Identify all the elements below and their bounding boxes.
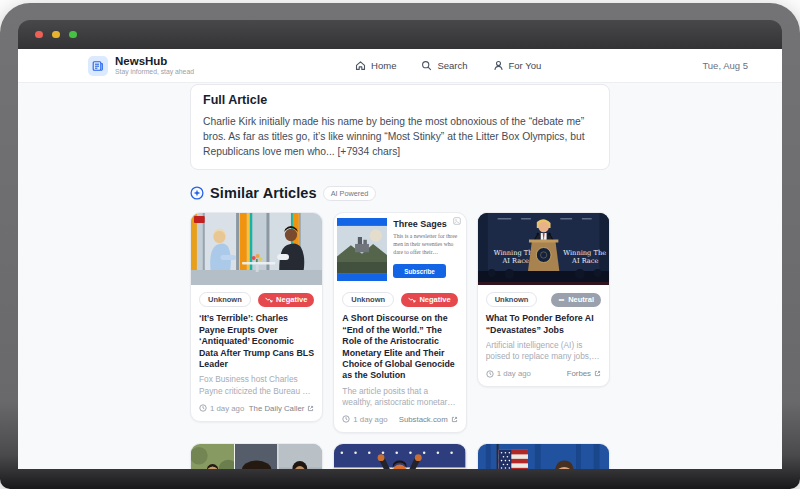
article-source-link[interactable]: Forbes <box>567 369 601 378</box>
page-content[interactable]: Full Article Charlie Kirk initially made… <box>18 83 782 469</box>
newsletter-cover <box>337 218 387 281</box>
newsletter-embed: Three Sages This is a newsletter for thr… <box>334 213 465 285</box>
sentiment-badge-negative: Negative <box>401 293 457 307</box>
date-label: Tue, Aug 5 <box>702 60 748 71</box>
subscribe-button[interactable]: Subscribe <box>393 264 445 278</box>
svg-text:AI Race: AI Race <box>571 257 598 265</box>
sentiment-badge-negative: Negative <box>258 293 314 307</box>
article-card-5[interactable] <box>333 443 466 469</box>
main-nav: Home Search For You <box>355 60 541 71</box>
similar-articles-header: Similar Articles AI Powered <box>190 185 610 201</box>
desktop-background: NewsHub Stay informed, stay ahead Home S… <box>0 0 800 489</box>
newsletter-description: This is a newsletter for three men in th… <box>393 232 459 256</box>
newsletter-title: Three Sages <box>393 219 459 229</box>
article-card-3[interactable]: Winning The AI Race Winning The AI Race <box>477 212 610 387</box>
clock-icon <box>486 370 494 378</box>
search-icon <box>421 60 432 71</box>
full-article-title: Full Article <box>203 93 597 107</box>
article-title: A Short Discourse on the “End of the Wor… <box>342 313 457 382</box>
home-icon <box>355 60 366 71</box>
article-card-1[interactable]: Unknown Negative ‘It’s Terrible’: Charle… <box>190 212 323 421</box>
nav-search-label: Search <box>437 60 467 71</box>
article-title: What To Ponder Before AI “Devastates” Jo… <box>486 313 601 336</box>
minimize-button[interactable] <box>52 31 60 39</box>
app-header: NewsHub Stay informed, stay ahead Home S… <box>18 49 782 83</box>
victory-speech-image <box>334 444 465 469</box>
svg-text:Winning The: Winning The <box>563 249 606 257</box>
article-card-body: Unknown Neutral What To Ponder Before AI… <box>478 285 609 386</box>
article-time: 1 day ago <box>199 404 244 413</box>
article-column: Full Article Charlie Kirk initially made… <box>190 83 610 469</box>
newsletter-info: Three Sages This is a newsletter for thr… <box>393 219 459 278</box>
ai-sparkle-circle-icon <box>190 186 204 200</box>
brand[interactable]: NewsHub Stay informed, stay ahead <box>88 55 194 76</box>
trending-down-icon <box>408 297 416 303</box>
article-description: Fox Business host Charles Payne criticiz… <box>199 374 314 396</box>
article-time: 1 day ago <box>486 369 531 378</box>
window-titlebar[interactable] <box>18 20 782 49</box>
nav-home[interactable]: Home <box>355 60 396 71</box>
film-collage-image <box>191 444 322 469</box>
brand-tagline: Stay informed, stay ahead <box>115 68 194 76</box>
nav-home-label: Home <box>371 60 396 71</box>
external-link-icon <box>594 370 601 377</box>
article-card-body: Unknown Negative A Short Discourse on th… <box>334 285 465 432</box>
external-link-icon <box>307 405 314 412</box>
newshub-app: NewsHub Stay informed, stay ahead Home S… <box>18 49 782 469</box>
newsletter-embed-image: Three Sages This is a newsletter for thr… <box>334 213 465 285</box>
similar-articles-grid: Unknown Negative ‘It’s Terrible’: Charle… <box>190 212 610 469</box>
article-card-body: Unknown Negative ‘It’s Terrible’: Charle… <box>191 285 322 420</box>
ai-race-podium-image: Winning The AI Race Winning The AI Race <box>478 213 609 285</box>
article-description: Artificial intelligence (AI) is poised t… <box>486 340 601 362</box>
article-source-link[interactable]: Substack.com <box>399 415 458 424</box>
source-unknown-pill: Unknown <box>342 292 394 307</box>
full-article-body: Charlie Kirk initially made his name by … <box>203 114 597 159</box>
full-article-card: Full Article Charlie Kirk initially made… <box>190 84 610 170</box>
ai-powered-badge: AI Powered <box>323 186 377 201</box>
article-title: ‘It’s Terrible’: Charles Payne Erupts Ov… <box>199 313 314 370</box>
article-card-6[interactable] <box>477 443 610 469</box>
nav-for-you[interactable]: For You <box>493 60 542 71</box>
castle-painting <box>337 218 387 281</box>
source-unknown-pill: Unknown <box>199 292 251 307</box>
reagan-press-image <box>478 444 609 469</box>
minus-icon <box>558 297 565 303</box>
trending-down-icon <box>265 297 273 303</box>
sentiment-badge-neutral: Neutral <box>551 293 601 307</box>
maximize-button[interactable] <box>69 31 77 39</box>
similar-articles-title: Similar Articles <box>210 185 317 201</box>
newshub-logo-icon <box>88 56 108 76</box>
article-card-2[interactable]: Three Sages This is a newsletter for thr… <box>333 212 466 433</box>
clock-icon <box>199 404 207 412</box>
article-source-link[interactable]: The Daily Caller <box>249 404 314 413</box>
nav-search[interactable]: Search <box>421 60 467 71</box>
user-icon <box>493 60 504 71</box>
nav-for-you-label: For You <box>509 60 542 71</box>
article-time: 1 day ago <box>342 415 387 424</box>
article-card-4[interactable] <box>190 443 323 469</box>
external-link-icon <box>451 416 458 423</box>
brand-name: NewsHub <box>115 55 194 68</box>
image-corner-icon <box>453 217 461 225</box>
source-unknown-pill: Unknown <box>486 292 538 307</box>
browser-window: NewsHub Stay informed, stay ahead Home S… <box>0 3 800 489</box>
close-button[interactable] <box>35 31 43 39</box>
tv-interview-image <box>191 213 322 285</box>
svg-text:AI Race: AI Race <box>501 257 528 265</box>
clock-icon <box>342 415 350 423</box>
article-description: The article posits that a wealthy, arist… <box>342 386 457 408</box>
